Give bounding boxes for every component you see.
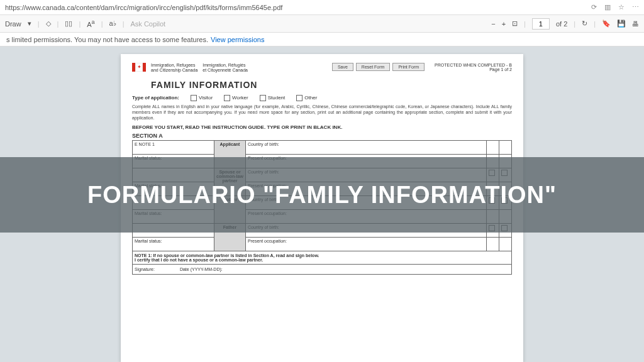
- zoom-out-icon[interactable]: −: [491, 20, 495, 28]
- overlay-text: FORMULARIO "FAMILY INFORMATION": [87, 182, 557, 209]
- view-permissions-link[interactable]: View permissions: [211, 36, 264, 43]
- bookmark-icon[interactable]: 🔖: [602, 19, 611, 28]
- save-icon[interactable]: 💾: [617, 19, 626, 28]
- print-icon[interactable]: 🖶: [632, 20, 639, 28]
- type-label: Type of application:: [132, 95, 179, 101]
- application-type-row: Type of application: Visitor Worker Stud…: [132, 95, 512, 101]
- refresh-icon[interactable]: ⟳: [591, 3, 597, 11]
- page-view-icon[interactable]: ▯▯: [65, 19, 72, 28]
- canada-flag-icon: ✦: [132, 63, 146, 72]
- draw-button[interactable]: Draw: [5, 20, 21, 28]
- applicant-country[interactable]: Country of birth:: [246, 141, 487, 155]
- note1-box: NOTE 1: If no spouse or common-law partn…: [132, 251, 512, 265]
- chevron-down-icon[interactable]: ▾: [28, 19, 31, 28]
- text-size-icon[interactable]: Aa: [87, 19, 94, 28]
- section-a-label: SECTION A: [132, 133, 512, 139]
- dept-fr: Immigration, Réfugiés et Citoyenneté Can…: [203, 63, 248, 74]
- more-icon[interactable]: ⋯: [632, 3, 639, 11]
- copilot-input[interactable]: Ask Copilot: [131, 20, 166, 28]
- extension-icon[interactable]: ▥: [604, 3, 611, 11]
- fit-page-icon[interactable]: ⊡: [512, 19, 518, 28]
- father-marital[interactable]: Marital status:: [133, 238, 214, 251]
- signature-label[interactable]: Signature:: [135, 267, 155, 272]
- permission-bar: s limited permissions. You may not have …: [0, 33, 644, 47]
- note-ref-cell: E NOTE 1: [133, 141, 214, 155]
- print-form-button[interactable]: Print Form: [392, 63, 425, 71]
- dept-en: Immigration, Refugees and Citizenship Ca…: [151, 63, 197, 74]
- url-text: https://www.canada.ca/content/dam/ircc/m…: [5, 4, 282, 11]
- reset-form-button[interactable]: Reset Form: [356, 63, 391, 71]
- page-number-input[interactable]: [532, 18, 550, 30]
- save-button[interactable]: Save: [332, 63, 353, 71]
- pdf-toolbar: Draw ▾ | ◇ | ▯▯ | Aa | a♭ | Ask Copilot …: [0, 15, 644, 33]
- protected-label: PROTECTED WHEN COMPLETED - B Page 1 of 2: [435, 63, 512, 72]
- visitor-checkbox[interactable]: [191, 95, 197, 101]
- zoom-in-icon[interactable]: +: [502, 20, 506, 28]
- signature-row: Signature: Date (YYYY-MM-DD):: [132, 265, 512, 275]
- url-bar: https://www.canada.ca/content/dam/ircc/m…: [0, 0, 644, 15]
- worker-checkbox[interactable]: [224, 95, 230, 101]
- other-checkbox[interactable]: [296, 95, 303, 101]
- permission-text: s limited permissions. You may not have …: [6, 36, 208, 43]
- title-overlay: FORMULARIO "FAMILY INFORMATION": [0, 157, 644, 233]
- favorite-icon[interactable]: ☆: [618, 3, 625, 11]
- eraser-icon[interactable]: ◇: [46, 19, 51, 28]
- instructions: Complete ALL names in English and in you…: [132, 104, 512, 121]
- page-total: of 2: [556, 20, 567, 28]
- father-occupation[interactable]: Present occupation:: [246, 238, 487, 251]
- read-aloud-icon[interactable]: a♭: [109, 19, 116, 28]
- date-label[interactable]: Date (YYYY-MM-DD):: [180, 267, 223, 272]
- before-start: BEFORE YOU START, READ THE INSTRUCTION G…: [132, 124, 512, 130]
- browser-actions: ⟳ ▥ ☆ ⋯: [591, 3, 639, 11]
- form-title: FAMILY INFORMATION: [151, 80, 512, 90]
- student-checkbox[interactable]: [260, 95, 266, 101]
- rotate-icon[interactable]: ↻: [582, 19, 587, 28]
